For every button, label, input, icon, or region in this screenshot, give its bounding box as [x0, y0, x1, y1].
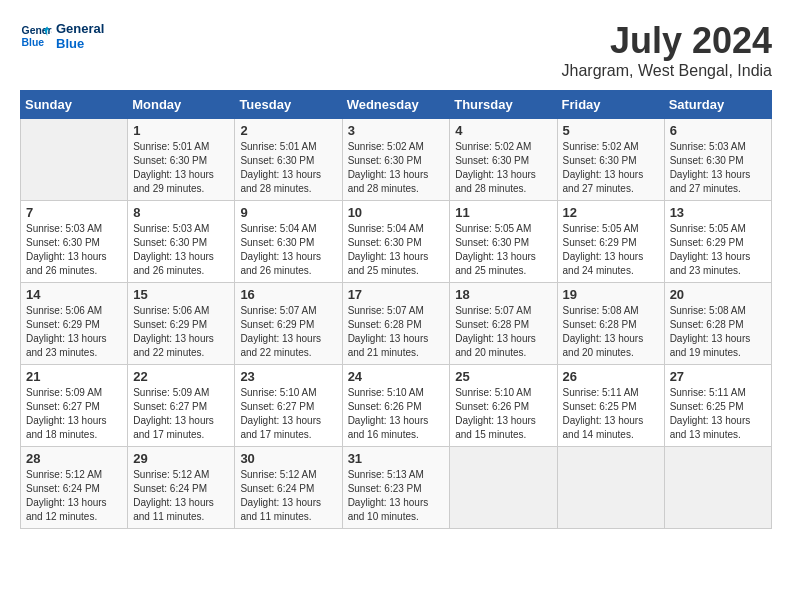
day-info: Sunrise: 5:03 AM Sunset: 6:30 PM Dayligh…: [133, 222, 229, 278]
day-info: Sunrise: 5:02 AM Sunset: 6:30 PM Dayligh…: [348, 140, 445, 196]
calendar-cell: [21, 119, 128, 201]
day-number: 4: [455, 123, 551, 138]
calendar-week-row: 28Sunrise: 5:12 AM Sunset: 6:24 PM Dayli…: [21, 447, 772, 529]
calendar-cell: 1Sunrise: 5:01 AM Sunset: 6:30 PM Daylig…: [128, 119, 235, 201]
day-number: 11: [455, 205, 551, 220]
day-info: Sunrise: 5:04 AM Sunset: 6:30 PM Dayligh…: [240, 222, 336, 278]
day-info: Sunrise: 5:07 AM Sunset: 6:28 PM Dayligh…: [455, 304, 551, 360]
day-number: 29: [133, 451, 229, 466]
day-number: 28: [26, 451, 122, 466]
calendar-cell: 29Sunrise: 5:12 AM Sunset: 6:24 PM Dayli…: [128, 447, 235, 529]
day-number: 12: [563, 205, 659, 220]
calendar-table: SundayMondayTuesdayWednesdayThursdayFrid…: [20, 90, 772, 529]
calendar-cell: 3Sunrise: 5:02 AM Sunset: 6:30 PM Daylig…: [342, 119, 450, 201]
calendar-body: 1Sunrise: 5:01 AM Sunset: 6:30 PM Daylig…: [21, 119, 772, 529]
day-number: 13: [670, 205, 766, 220]
day-info: Sunrise: 5:07 AM Sunset: 6:29 PM Dayligh…: [240, 304, 336, 360]
day-number: 25: [455, 369, 551, 384]
day-number: 14: [26, 287, 122, 302]
day-info: Sunrise: 5:02 AM Sunset: 6:30 PM Dayligh…: [563, 140, 659, 196]
day-number: 30: [240, 451, 336, 466]
day-number: 7: [26, 205, 122, 220]
day-info: Sunrise: 5:03 AM Sunset: 6:30 PM Dayligh…: [26, 222, 122, 278]
day-number: 21: [26, 369, 122, 384]
day-number: 1: [133, 123, 229, 138]
calendar-cell: 30Sunrise: 5:12 AM Sunset: 6:24 PM Dayli…: [235, 447, 342, 529]
calendar-cell: 17Sunrise: 5:07 AM Sunset: 6:28 PM Dayli…: [342, 283, 450, 365]
calendar-cell: [664, 447, 771, 529]
day-info: Sunrise: 5:07 AM Sunset: 6:28 PM Dayligh…: [348, 304, 445, 360]
day-info: Sunrise: 5:02 AM Sunset: 6:30 PM Dayligh…: [455, 140, 551, 196]
day-info: Sunrise: 5:06 AM Sunset: 6:29 PM Dayligh…: [133, 304, 229, 360]
day-number: 19: [563, 287, 659, 302]
calendar-cell: 20Sunrise: 5:08 AM Sunset: 6:28 PM Dayli…: [664, 283, 771, 365]
calendar-cell: 25Sunrise: 5:10 AM Sunset: 6:26 PM Dayli…: [450, 365, 557, 447]
day-number: 18: [455, 287, 551, 302]
calendar-cell: 24Sunrise: 5:10 AM Sunset: 6:26 PM Dayli…: [342, 365, 450, 447]
day-info: Sunrise: 5:04 AM Sunset: 6:30 PM Dayligh…: [348, 222, 445, 278]
month-title: July 2024: [562, 20, 772, 62]
day-info: Sunrise: 5:13 AM Sunset: 6:23 PM Dayligh…: [348, 468, 445, 524]
logo-blue-text: Blue: [56, 36, 104, 51]
day-info: Sunrise: 5:01 AM Sunset: 6:30 PM Dayligh…: [133, 140, 229, 196]
calendar-cell: 28Sunrise: 5:12 AM Sunset: 6:24 PM Dayli…: [21, 447, 128, 529]
calendar-cell: 9Sunrise: 5:04 AM Sunset: 6:30 PM Daylig…: [235, 201, 342, 283]
calendar-cell: 22Sunrise: 5:09 AM Sunset: 6:27 PM Dayli…: [128, 365, 235, 447]
svg-text:Blue: Blue: [22, 37, 45, 48]
day-number: 24: [348, 369, 445, 384]
day-number: 3: [348, 123, 445, 138]
day-info: Sunrise: 5:12 AM Sunset: 6:24 PM Dayligh…: [240, 468, 336, 524]
day-number: 10: [348, 205, 445, 220]
day-info: Sunrise: 5:10 AM Sunset: 6:27 PM Dayligh…: [240, 386, 336, 442]
day-info: Sunrise: 5:11 AM Sunset: 6:25 PM Dayligh…: [563, 386, 659, 442]
header-cell-sunday: Sunday: [21, 91, 128, 119]
day-info: Sunrise: 5:12 AM Sunset: 6:24 PM Dayligh…: [26, 468, 122, 524]
location-title: Jhargram, West Bengal, India: [562, 62, 772, 80]
day-info: Sunrise: 5:05 AM Sunset: 6:29 PM Dayligh…: [670, 222, 766, 278]
calendar-cell: [450, 447, 557, 529]
day-number: 15: [133, 287, 229, 302]
calendar-cell: 13Sunrise: 5:05 AM Sunset: 6:29 PM Dayli…: [664, 201, 771, 283]
calendar-cell: 8Sunrise: 5:03 AM Sunset: 6:30 PM Daylig…: [128, 201, 235, 283]
day-info: Sunrise: 5:06 AM Sunset: 6:29 PM Dayligh…: [26, 304, 122, 360]
day-info: Sunrise: 5:10 AM Sunset: 6:26 PM Dayligh…: [455, 386, 551, 442]
calendar-week-row: 1Sunrise: 5:01 AM Sunset: 6:30 PM Daylig…: [21, 119, 772, 201]
day-info: Sunrise: 5:01 AM Sunset: 6:30 PM Dayligh…: [240, 140, 336, 196]
day-info: Sunrise: 5:11 AM Sunset: 6:25 PM Dayligh…: [670, 386, 766, 442]
title-section: July 2024 Jhargram, West Bengal, India: [562, 20, 772, 80]
day-number: 22: [133, 369, 229, 384]
day-number: 6: [670, 123, 766, 138]
day-number: 16: [240, 287, 336, 302]
header-cell-wednesday: Wednesday: [342, 91, 450, 119]
page-header: General Blue General Blue July 2024 Jhar…: [20, 20, 772, 80]
day-number: 2: [240, 123, 336, 138]
day-number: 9: [240, 205, 336, 220]
day-number: 31: [348, 451, 445, 466]
header-cell-tuesday: Tuesday: [235, 91, 342, 119]
calendar-cell: 18Sunrise: 5:07 AM Sunset: 6:28 PM Dayli…: [450, 283, 557, 365]
logo-icon: General Blue: [20, 20, 52, 52]
header-cell-saturday: Saturday: [664, 91, 771, 119]
header-cell-friday: Friday: [557, 91, 664, 119]
calendar-cell: 31Sunrise: 5:13 AM Sunset: 6:23 PM Dayli…: [342, 447, 450, 529]
calendar-cell: 16Sunrise: 5:07 AM Sunset: 6:29 PM Dayli…: [235, 283, 342, 365]
day-number: 27: [670, 369, 766, 384]
day-info: Sunrise: 5:10 AM Sunset: 6:26 PM Dayligh…: [348, 386, 445, 442]
day-number: 20: [670, 287, 766, 302]
day-info: Sunrise: 5:12 AM Sunset: 6:24 PM Dayligh…: [133, 468, 229, 524]
logo: General Blue General Blue: [20, 20, 104, 52]
calendar-header-row: SundayMondayTuesdayWednesdayThursdayFrid…: [21, 91, 772, 119]
calendar-cell: 19Sunrise: 5:08 AM Sunset: 6:28 PM Dayli…: [557, 283, 664, 365]
calendar-cell: 6Sunrise: 5:03 AM Sunset: 6:30 PM Daylig…: [664, 119, 771, 201]
header-cell-thursday: Thursday: [450, 91, 557, 119]
calendar-cell: 4Sunrise: 5:02 AM Sunset: 6:30 PM Daylig…: [450, 119, 557, 201]
day-info: Sunrise: 5:05 AM Sunset: 6:30 PM Dayligh…: [455, 222, 551, 278]
calendar-cell: 14Sunrise: 5:06 AM Sunset: 6:29 PM Dayli…: [21, 283, 128, 365]
day-number: 5: [563, 123, 659, 138]
day-info: Sunrise: 5:09 AM Sunset: 6:27 PM Dayligh…: [26, 386, 122, 442]
calendar-week-row: 14Sunrise: 5:06 AM Sunset: 6:29 PM Dayli…: [21, 283, 772, 365]
day-info: Sunrise: 5:05 AM Sunset: 6:29 PM Dayligh…: [563, 222, 659, 278]
day-number: 26: [563, 369, 659, 384]
calendar-cell: 12Sunrise: 5:05 AM Sunset: 6:29 PM Dayli…: [557, 201, 664, 283]
day-info: Sunrise: 5:03 AM Sunset: 6:30 PM Dayligh…: [670, 140, 766, 196]
